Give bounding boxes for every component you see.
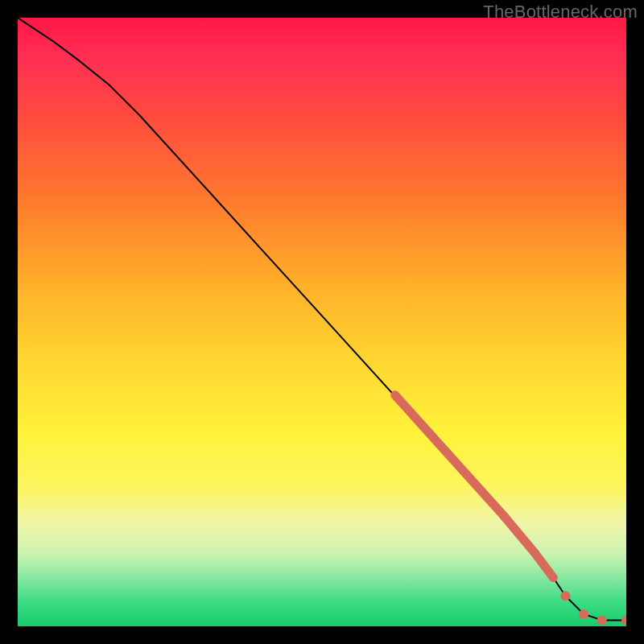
marker-dot bbox=[597, 615, 607, 625]
marker-dot bbox=[621, 615, 626, 625]
plot-area bbox=[18, 18, 626, 626]
bottleneck-curve bbox=[18, 18, 626, 620]
highlighted-region bbox=[395, 395, 554, 578]
sparse-markers bbox=[560, 591, 626, 625]
highlight-segment bbox=[535, 553, 554, 577]
highlight-segment bbox=[505, 517, 535, 553]
watermark-text: TheBottleneck.com bbox=[483, 2, 638, 23]
marker-dot bbox=[560, 591, 570, 601]
highlight-segment bbox=[395, 395, 505, 517]
chart-frame: TheBottleneck.com bbox=[0, 0, 644, 644]
plot-overlay bbox=[18, 18, 626, 626]
marker-dot bbox=[579, 609, 588, 619]
